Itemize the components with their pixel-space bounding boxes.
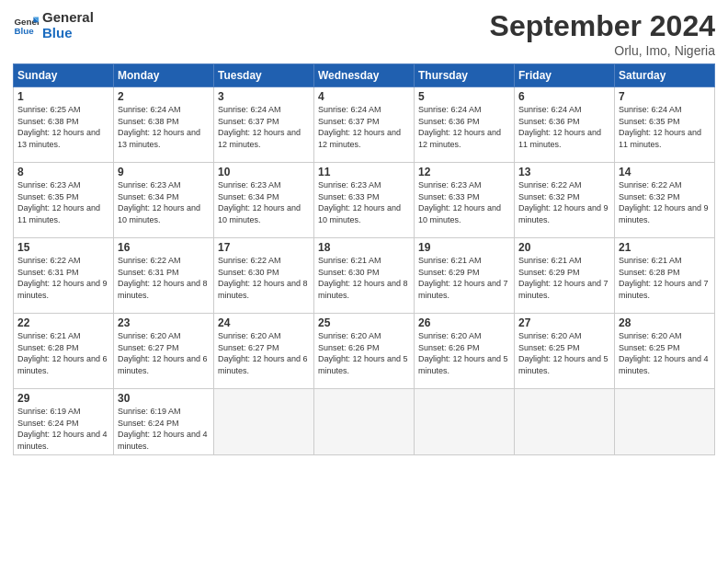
header: General Blue General Blue September 2024… <box>13 9 715 58</box>
day-number: 12 <box>418 166 510 178</box>
table-row: 26Sunrise: 6:20 AMSunset: 6:26 PMDayligh… <box>415 314 515 389</box>
day-info: Sunrise: 6:20 AMSunset: 6:27 PMDaylight:… <box>218 330 310 376</box>
day-number: 24 <box>218 316 310 329</box>
table-row: 9Sunrise: 6:23 AMSunset: 6:34 PMDaylight… <box>114 163 214 238</box>
table-row <box>615 389 715 455</box>
day-number: 18 <box>318 241 410 254</box>
table-row: 12Sunrise: 6:23 AMSunset: 6:33 PMDayligh… <box>415 163 515 238</box>
day-number: 4 <box>318 90 410 103</box>
day-number: 28 <box>619 316 711 329</box>
day-info: Sunrise: 6:24 AMSunset: 6:35 PMDaylight:… <box>619 104 711 150</box>
col-saturday: Saturday <box>615 64 715 87</box>
day-number: 26 <box>418 316 510 329</box>
table-row: 4Sunrise: 6:24 AMSunset: 6:37 PMDaylight… <box>314 87 415 163</box>
day-info: Sunrise: 6:21 AMSunset: 6:29 PMDaylight:… <box>418 255 510 301</box>
day-info: Sunrise: 6:21 AMSunset: 6:28 PMDaylight:… <box>619 255 711 301</box>
day-number: 1 <box>17 90 109 103</box>
day-number: 5 <box>418 90 510 103</box>
table-row: 7Sunrise: 6:24 AMSunset: 6:35 PMDaylight… <box>615 87 715 163</box>
table-row: 5Sunrise: 6:24 AMSunset: 6:36 PMDaylight… <box>415 87 515 163</box>
page: General Blue General Blue September 2024… <box>0 0 728 563</box>
day-number: 13 <box>518 166 610 178</box>
table-row: 15Sunrise: 6:22 AMSunset: 6:31 PMDayligh… <box>14 238 114 314</box>
day-number: 21 <box>619 241 711 254</box>
table-row: 23Sunrise: 6:20 AMSunset: 6:27 PMDayligh… <box>114 314 214 389</box>
day-info: Sunrise: 6:24 AMSunset: 6:37 PMDaylight:… <box>218 104 310 150</box>
day-info: Sunrise: 6:21 AMSunset: 6:29 PMDaylight:… <box>518 255 610 301</box>
day-number: 29 <box>17 392 109 405</box>
day-info: Sunrise: 6:23 AMSunset: 6:33 PMDaylight:… <box>418 179 510 225</box>
table-row <box>314 389 415 455</box>
table-row: 17Sunrise: 6:22 AMSunset: 6:30 PMDayligh… <box>214 238 314 314</box>
day-info: Sunrise: 6:24 AMSunset: 6:36 PMDaylight:… <box>518 104 610 150</box>
table-row: 8Sunrise: 6:23 AMSunset: 6:35 PMDaylight… <box>14 163 114 238</box>
calendar-table: Sunday Monday Tuesday Wednesday Thursday… <box>13 63 715 455</box>
col-thursday: Thursday <box>415 64 515 87</box>
logo-blue: Blue <box>42 25 94 40</box>
day-info: Sunrise: 6:23 AMSunset: 6:34 PMDaylight:… <box>118 179 210 225</box>
day-info: Sunrise: 6:22 AMSunset: 6:31 PMDaylight:… <box>17 255 109 301</box>
table-row: 13Sunrise: 6:22 AMSunset: 6:32 PMDayligh… <box>515 163 615 238</box>
day-number: 23 <box>118 316 210 329</box>
day-info: Sunrise: 6:24 AMSunset: 6:36 PMDaylight:… <box>418 104 510 150</box>
day-info: Sunrise: 6:23 AMSunset: 6:33 PMDaylight:… <box>318 179 410 225</box>
day-number: 19 <box>418 241 510 254</box>
day-number: 15 <box>17 241 109 254</box>
day-number: 30 <box>118 392 210 405</box>
day-number: 3 <box>218 90 310 103</box>
day-number: 7 <box>619 90 711 103</box>
table-row: 25Sunrise: 6:20 AMSunset: 6:26 PMDayligh… <box>314 314 415 389</box>
title-block: September 2024 Orlu, Imo, Nigeria <box>490 9 715 58</box>
day-info: Sunrise: 6:19 AMSunset: 6:24 PMDaylight:… <box>17 406 109 452</box>
day-info: Sunrise: 6:24 AMSunset: 6:37 PMDaylight:… <box>318 104 410 150</box>
day-number: 10 <box>218 166 310 178</box>
day-info: Sunrise: 6:20 AMSunset: 6:26 PMDaylight:… <box>318 330 410 376</box>
day-number: 11 <box>318 166 410 178</box>
day-info: Sunrise: 6:22 AMSunset: 6:32 PMDaylight:… <box>619 179 711 225</box>
table-row: 20Sunrise: 6:21 AMSunset: 6:29 PMDayligh… <box>515 238 615 314</box>
month-title: September 2024 <box>490 9 715 43</box>
table-row <box>214 389 314 455</box>
day-info: Sunrise: 6:21 AMSunset: 6:30 PMDaylight:… <box>318 255 410 301</box>
table-row: 19Sunrise: 6:21 AMSunset: 6:29 PMDayligh… <box>415 238 515 314</box>
day-info: Sunrise: 6:20 AMSunset: 6:25 PMDaylight:… <box>518 330 610 376</box>
col-monday: Monday <box>114 64 214 87</box>
table-row: 24Sunrise: 6:20 AMSunset: 6:27 PMDayligh… <box>214 314 314 389</box>
table-row <box>415 389 515 455</box>
day-info: Sunrise: 6:23 AMSunset: 6:34 PMDaylight:… <box>218 179 310 225</box>
day-info: Sunrise: 6:20 AMSunset: 6:25 PMDaylight:… <box>619 330 711 376</box>
day-info: Sunrise: 6:20 AMSunset: 6:26 PMDaylight:… <box>418 330 510 376</box>
logo-icon: General Blue <box>13 12 39 38</box>
table-row: 11Sunrise: 6:23 AMSunset: 6:33 PMDayligh… <box>314 163 415 238</box>
day-info: Sunrise: 6:21 AMSunset: 6:28 PMDaylight:… <box>17 330 109 376</box>
day-number: 27 <box>518 316 610 329</box>
day-number: 6 <box>518 90 610 103</box>
day-info: Sunrise: 6:20 AMSunset: 6:27 PMDaylight:… <box>118 330 210 376</box>
table-row: 16Sunrise: 6:22 AMSunset: 6:31 PMDayligh… <box>114 238 214 314</box>
day-number: 17 <box>218 241 310 254</box>
day-info: Sunrise: 6:19 AMSunset: 6:24 PMDaylight:… <box>118 406 210 452</box>
logo: General Blue General Blue <box>13 9 94 41</box>
day-info: Sunrise: 6:24 AMSunset: 6:38 PMDaylight:… <box>118 104 210 150</box>
day-number: 2 <box>118 90 210 103</box>
col-tuesday: Tuesday <box>214 64 314 87</box>
col-wednesday: Wednesday <box>314 64 415 87</box>
calendar-header-row: Sunday Monday Tuesday Wednesday Thursday… <box>14 64 715 87</box>
day-number: 8 <box>17 166 109 178</box>
table-row: 6Sunrise: 6:24 AMSunset: 6:36 PMDaylight… <box>515 87 615 163</box>
table-row <box>515 389 615 455</box>
col-sunday: Sunday <box>14 64 114 87</box>
table-row: 22Sunrise: 6:21 AMSunset: 6:28 PMDayligh… <box>14 314 114 389</box>
table-row: 10Sunrise: 6:23 AMSunset: 6:34 PMDayligh… <box>214 163 314 238</box>
table-row: 2Sunrise: 6:24 AMSunset: 6:38 PMDaylight… <box>114 87 214 163</box>
table-row: 27Sunrise: 6:20 AMSunset: 6:25 PMDayligh… <box>515 314 615 389</box>
day-number: 16 <box>118 241 210 254</box>
table-row: 1Sunrise: 6:25 AMSunset: 6:38 PMDaylight… <box>14 87 114 163</box>
day-info: Sunrise: 6:22 AMSunset: 6:32 PMDaylight:… <box>518 179 610 225</box>
table-row: 21Sunrise: 6:21 AMSunset: 6:28 PMDayligh… <box>615 238 715 314</box>
logo-general: General <box>42 9 94 25</box>
svg-text:Blue: Blue <box>14 26 34 36</box>
table-row: 30Sunrise: 6:19 AMSunset: 6:24 PMDayligh… <box>114 389 214 455</box>
table-row: 18Sunrise: 6:21 AMSunset: 6:30 PMDayligh… <box>314 238 415 314</box>
day-number: 9 <box>118 166 210 178</box>
